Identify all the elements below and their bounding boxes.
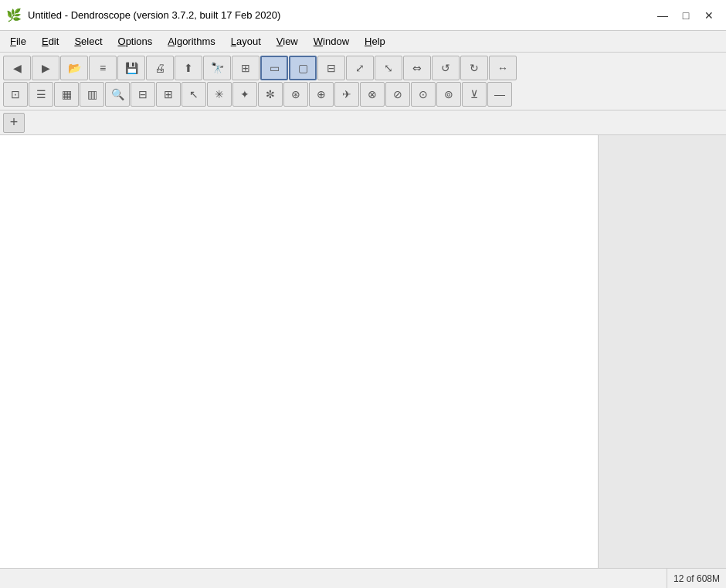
window-controls: — □ ✕ — [652, 6, 720, 25]
toolbar-btn-tree[interactable]: ⊟ — [317, 56, 345, 80]
app-icon: 🌿 — [6, 8, 22, 23]
close-button[interactable]: ✕ — [698, 6, 720, 25]
toolbar-btn-r4[interactable]: ▥ — [80, 82, 104, 107]
toolbar-btn-r13[interactable]: ⊕ — [309, 82, 334, 107]
toolbar-btn-square[interactable]: ▢ — [289, 56, 317, 80]
toolbar-btn-r18[interactable]: ⊚ — [436, 82, 461, 107]
toolbar-btn-r15[interactable]: ⊗ — [360, 82, 385, 107]
toolbar-btn-collapse[interactable]: ⤡ — [375, 56, 402, 80]
toolbar-btn-list[interactable]: ≡ — [89, 56, 117, 80]
status-left — [6, 569, 667, 588]
toolbar-btn-r7[interactable]: ⊞ — [156, 82, 181, 107]
toolbar-btn-r17[interactable]: ⊙ — [411, 82, 436, 107]
toolbar-btn-r10[interactable]: ✦ — [232, 82, 257, 107]
menu-item-window[interactable]: Window — [307, 33, 356, 49]
toolbar-btn-r11[interactable]: ✼ — [258, 82, 283, 107]
toolbar-btn-r2[interactable]: ☰ — [29, 82, 53, 107]
toolbar-btn-r20[interactable]: — — [487, 82, 512, 107]
toolbar-btn-open[interactable]: 📂 — [60, 56, 88, 80]
toolbar-btn-grid[interactable]: ⊞ — [232, 56, 260, 80]
toolbar-btn-flip[interactable]: ↔ — [489, 56, 517, 80]
toolbar-btn-r8[interactable]: ↖ — [182, 82, 206, 107]
toolbar-btn-r14[interactable]: ✈ — [334, 82, 359, 107]
toolbar-btn-rotate2[interactable]: ↻ — [460, 56, 488, 80]
toolbar-btn-prev[interactable]: ◀ — [3, 56, 31, 80]
canvas-area — [0, 135, 599, 568]
minimize-button[interactable]: — — [652, 6, 673, 25]
title-left: 🌿 Untitled - Dendroscope (version 3.7.2,… — [6, 8, 280, 23]
toolbar-btn-r12[interactable]: ⊛ — [283, 82, 308, 107]
add-tab-button[interactable]: + — [3, 113, 25, 133]
menu-item-help[interactable]: Help — [358, 33, 392, 49]
toolbar-btn-find[interactable]: 🔭 — [203, 56, 231, 80]
status-memory-text: 12 of 608M — [673, 573, 720, 584]
menu-item-edit[interactable]: Edit — [35, 33, 66, 49]
toolbar-btn-expand[interactable]: ⤢ — [346, 56, 374, 80]
toolbar-btn-r9[interactable]: ✳ — [207, 82, 232, 107]
menu-item-view[interactable]: View — [270, 33, 305, 49]
toolbar-btn-r6[interactable]: ⊟ — [131, 82, 155, 107]
menu-item-algorithms[interactable]: Algorithms — [161, 33, 222, 49]
menu-item-select[interactable]: Select — [67, 33, 109, 49]
toolbar-btn-rotate[interactable]: ↺ — [432, 56, 460, 80]
menu-item-layout[interactable]: Layout — [224, 33, 268, 49]
tab-bar: + — [0, 110, 726, 135]
toolbar-row-1: ◀▶📂≡💾🖨⬆🔭⊞▭▢⊟⤢⤡⇔↺↻↔ — [3, 55, 723, 81]
status-bar: 12 of 608M — [0, 568, 726, 588]
status-right: 12 of 608M — [667, 573, 720, 584]
toolbar-btn-next[interactable]: ▶ — [32, 56, 59, 80]
toolbar-btn-r1[interactable]: ⊡ — [3, 82, 28, 107]
title-text: Untitled - Dendroscope (version 3.7.2, b… — [28, 9, 280, 21]
toolbar-btn-fit[interactable]: ⇔ — [403, 56, 431, 80]
menu-bar: FileEditSelectOptionsAlgorithmsLayoutVie… — [0, 31, 726, 53]
menu-item-options[interactable]: Options — [111, 33, 160, 49]
toolbar-btn-r3[interactable]: ▦ — [54, 82, 79, 107]
toolbar-row-2: ⊡☰▦▥🔍⊟⊞↖✳✦✼⊛⊕✈⊗⊘⊙⊚⊻— — [3, 81, 723, 107]
side-panel — [599, 135, 726, 568]
main-area — [0, 135, 726, 568]
toolbar-btn-r19[interactable]: ⊻ — [462, 82, 487, 107]
toolbar-btn-r16[interactable]: ⊘ — [385, 82, 410, 107]
toolbar-area: ◀▶📂≡💾🖨⬆🔭⊞▭▢⊟⤢⤡⇔↺↻↔ ⊡☰▦▥🔍⊟⊞↖✳✦✼⊛⊕✈⊗⊘⊙⊚⊻— — [0, 53, 726, 110]
menu-item-file[interactable]: File — [3, 33, 33, 49]
toolbar-btn-save[interactable]: 💾 — [117, 56, 145, 80]
toolbar-btn-rect[interactable]: ▭ — [260, 56, 288, 80]
title-bar: 🌿 Untitled - Dendroscope (version 3.7.2,… — [0, 0, 726, 31]
maximize-button[interactable]: □ — [675, 6, 697, 25]
toolbar-btn-export[interactable]: ⬆ — [175, 56, 202, 80]
toolbar-btn-print[interactable]: 🖨 — [146, 56, 174, 80]
toolbar-btn-r5[interactable]: 🔍 — [105, 82, 130, 107]
